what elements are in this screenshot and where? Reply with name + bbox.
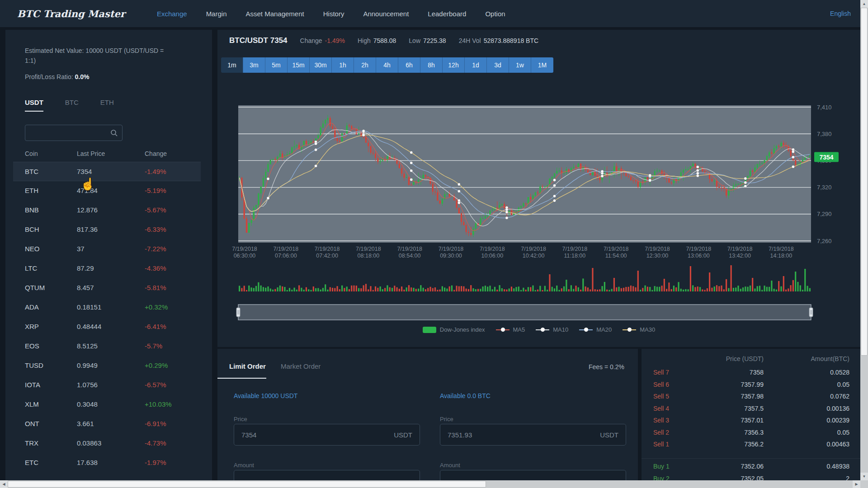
orderbook-row-sell-6[interactable]: Sell 67357.990.05	[642, 381, 860, 393]
top-navigation: BTC Trading Master ExchangeMarginAsset M…	[0, 0, 868, 27]
coin-change: -6.41%	[145, 323, 166, 330]
legend-label: MA5	[513, 326, 525, 333]
ob-amount: 0.00463	[826, 441, 849, 448]
scroll-left-arrow[interactable]: ◀	[0, 480, 8, 488]
horizontal-scroll-thumb[interactable]	[8, 481, 486, 488]
legend-ma20[interactable]: MA20	[579, 326, 612, 333]
x-axis-label: 10:06:00	[481, 253, 503, 259]
order-book-panel: Price (USDT) Amount(BTC) Sell 773580.052…	[642, 349, 860, 480]
legend-line-marker	[536, 329, 549, 330]
x-axis-label: 7/19/2018	[397, 246, 422, 252]
sell-amount-label: Amount	[440, 462, 460, 469]
ob-amount: 0.00239	[826, 417, 849, 424]
coin-row-tusd[interactable]: TUSD0.9949+0.29%	[13, 356, 201, 375]
coin-row-xrp[interactable]: XRP0.48444-6.41%	[13, 317, 201, 337]
coin-change: -7.22%	[145, 245, 166, 253]
chart-range-slider[interactable]	[238, 305, 811, 320]
scroll-down-arrow[interactable]: ▼	[860, 473, 868, 480]
tab-eth[interactable]: ETH	[100, 99, 114, 112]
buy-amount-label: Amount	[234, 462, 254, 469]
coin-row-qtum[interactable]: QTUM8.457-5.81%	[13, 278, 201, 298]
horizontal-scrollbar[interactable]: ◀ ▶	[0, 480, 860, 488]
tab-usdt[interactable]: USDT	[25, 99, 43, 112]
nav-item-option[interactable]: Option	[485, 10, 505, 18]
coin-row-ada[interactable]: ADA0.18151+0.32%	[13, 298, 201, 317]
coin-row-btc[interactable]: BTC7354-1.49%	[13, 162, 201, 181]
legend-line-marker	[623, 329, 636, 330]
coin-change: +0.32%	[145, 303, 168, 311]
language-link[interactable]: English	[830, 0, 851, 27]
x-axis-label: 7/19/2018	[769, 246, 794, 252]
nav-item-margin[interactable]: Margin	[206, 10, 227, 18]
sell-amount-input[interactable]	[440, 470, 590, 480]
ob-side-label: Sell 4	[653, 405, 669, 412]
orderbook-row-sell-7[interactable]: Sell 773580.0528	[642, 369, 860, 380]
search-input[interactable]	[25, 125, 107, 141]
coin-table-header: Coin Last Price Change	[13, 148, 201, 162]
tab-market-order[interactable]: Market Order	[281, 362, 321, 370]
legend-swatch	[423, 327, 436, 333]
ob-price: 7356.3	[744, 429, 764, 436]
nav-item-asset-management[interactable]: Asset Management	[245, 10, 304, 18]
coin-row-iota[interactable]: IOTA1.0756-6.57%	[13, 375, 201, 395]
legend-ma5[interactable]: MA5	[496, 326, 525, 333]
coin-last-price: 0.03863	[77, 439, 101, 447]
nav-item-history[interactable]: History	[323, 10, 344, 18]
coin-row-bnb[interactable]: BNB12.876-5.67%	[13, 201, 201, 220]
x-axis-label: 10:42:00	[523, 253, 545, 259]
orderbook-row-sell-3[interactable]: Sell 37357.010.00239	[642, 417, 860, 428]
vertical-scroll-thumb[interactable]	[861, 8, 868, 356]
orderbook-row-sell-1[interactable]: Sell 17356.20.00463	[642, 441, 860, 452]
coin-change: +10.03%	[145, 400, 172, 408]
y-axis-label: 7,260	[817, 238, 832, 244]
legend-dot	[627, 328, 632, 332]
coin-row-ltc[interactable]: LTC87.29-4.36%	[13, 259, 201, 278]
coin-row-bch[interactable]: BCH817.36-6.33%	[13, 220, 201, 239]
ob-price: 7357.98	[741, 393, 764, 400]
buy-price-input[interactable]	[234, 424, 383, 445]
coin-symbol: ONT	[25, 420, 39, 427]
x-axis-label: 7/19/2018	[562, 246, 588, 252]
orderbook-row-sell-2[interactable]: Sell 27356.30.05	[642, 429, 860, 441]
slider-handle-left[interactable]	[236, 308, 240, 317]
orderbook-row-buy-2[interactable]: Buy 27352.052	[642, 475, 860, 481]
coin-row-eos[interactable]: EOS8.5125-5.7%	[13, 337, 201, 356]
scroll-right-arrow[interactable]: ▶	[853, 480, 860, 488]
tab-limit-order[interactable]: Limit Order	[229, 362, 266, 370]
sell-price-input[interactable]	[440, 424, 590, 445]
coin-row-etc[interactable]: ETC17.638-1.97%	[13, 453, 201, 473]
y-axis-label: 7,380	[817, 131, 832, 137]
tab-btc[interactable]: BTC	[65, 99, 79, 112]
x-axis-label: 14:18:00	[770, 253, 793, 259]
scroll-up-arrow[interactable]: ▲	[860, 0, 868, 8]
coin-row-trx[interactable]: TRX0.03863-4.73%	[13, 434, 201, 453]
legend-ma30[interactable]: MA30	[623, 326, 655, 333]
nav-item-announcement[interactable]: Announcement	[363, 10, 409, 18]
ob-side-label: Buy 2	[653, 475, 670, 481]
buy-price-unit: USDT	[394, 431, 412, 439]
coin-change: -6.57%	[145, 381, 166, 389]
orderbook-row-sell-4[interactable]: Sell 47357.50.00136	[642, 405, 860, 417]
legend-dow-jones-index[interactable]: Dow-Jones index	[423, 326, 485, 333]
coin-row-neo[interactable]: NEO37-7.22%	[13, 239, 201, 259]
orderbook-row-sell-5[interactable]: Sell 57357.980.0762	[642, 393, 860, 404]
slider-handle-right[interactable]	[809, 308, 813, 317]
nav-item-exchange[interactable]: Exchange	[157, 10, 187, 18]
orderbook-row-buy-1[interactable]: Buy 17352.060.48938	[642, 463, 860, 474]
coin-symbol: TUSD	[25, 361, 43, 369]
profit-loss-value: 0.0%	[75, 73, 90, 80]
coin-change: +0.29%	[145, 361, 168, 369]
x-axis-label: 7/19/2018	[521, 246, 546, 252]
coin-row-xlm[interactable]: XLM0.3048+10.03%	[13, 395, 201, 414]
coin-row-ont[interactable]: ONT3.661-6.91%	[13, 414, 201, 434]
buy-amount-input[interactable]	[234, 470, 383, 480]
coin-change: -6.91%	[145, 420, 166, 427]
vertical-scrollbar[interactable]: ▲ ▼	[860, 0, 868, 480]
coin-row-eth[interactable]: ETH471.84-5.19%	[13, 181, 201, 201]
x-axis-label: 7/19/2018	[273, 246, 298, 252]
nav-item-leaderboard[interactable]: Leaderboard	[428, 10, 466, 18]
x-axis-label: 08:18:00	[358, 253, 380, 259]
sell-available: Available 0.0 BTC	[440, 392, 491, 399]
legend-ma10[interactable]: MA10	[536, 326, 568, 333]
x-axis-label: 07:42:00	[316, 253, 338, 259]
